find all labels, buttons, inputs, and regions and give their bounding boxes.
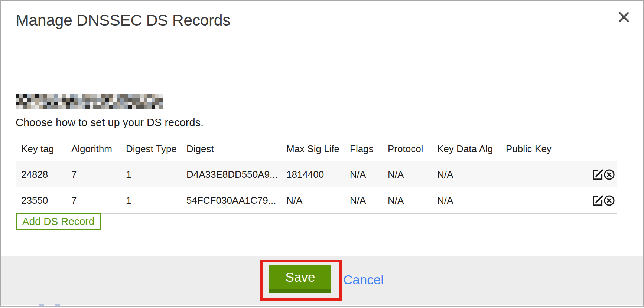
dialog-title: Manage DNSSEC DS Records: [16, 11, 230, 29]
cell-flags: N/A: [344, 187, 382, 214]
delete-icon: [604, 195, 615, 206]
page-under-fragment: [39, 304, 44, 306]
cancel-link[interactable]: Cancel: [343, 272, 384, 287]
table-row: 24828 7 1 D4A33E8DD550A9... 1814400 N/A …: [16, 161, 617, 187]
col-header-public-key: Public Key: [500, 134, 583, 161]
delete-icon: [604, 169, 615, 180]
edit-record-button[interactable]: [592, 195, 604, 206]
table-header-row: Key tag Algorithm Digest Type Digest Max…: [16, 134, 617, 161]
save-button[interactable]: Save: [269, 265, 331, 293]
instruction-text: Choose how to set up your DS records.: [16, 117, 204, 129]
cell-key-tag: 23550: [16, 187, 66, 214]
col-header-actions: [583, 134, 617, 161]
page-under-fragment: [55, 304, 60, 306]
cell-max-sig-life: N/A: [281, 187, 344, 214]
annotation-highlight: Save: [260, 260, 342, 301]
cell-actions: [583, 187, 617, 214]
table-row: 23550 7 1 54FCF030AA1C79... N/A N/A N/A …: [16, 187, 617, 214]
col-header-digest-type: Digest Type: [120, 134, 181, 161]
cell-digest: D4A33E8DD550A9...: [181, 161, 281, 187]
cell-algorithm: 7: [66, 187, 120, 214]
col-header-max-sig-life: Max Sig Life: [281, 134, 344, 161]
cell-digest-type: 1: [120, 187, 181, 214]
manage-dnssec-dialog: Manage DNSSEC DS Records Choose how to s…: [0, 0, 644, 307]
cell-key-data-alg: N/A: [432, 161, 500, 187]
col-header-protocol: Protocol: [382, 134, 432, 161]
cell-digest-type: 1: [120, 161, 181, 187]
cell-actions: [583, 161, 617, 187]
cell-flags: N/A: [344, 161, 382, 187]
redacted-domain: [16, 94, 163, 109]
edit-icon: [592, 169, 604, 180]
cell-key-tag: 24828: [16, 161, 66, 187]
cell-public-key: [500, 187, 583, 214]
cell-public-key: [500, 161, 583, 187]
cell-digest: 54FCF030AA1C79...: [181, 187, 281, 214]
ds-records-table: Key tag Algorithm Digest Type Digest Max…: [16, 134, 617, 214]
col-header-flags: Flags: [344, 134, 382, 161]
col-header-key-data-alg: Key Data Alg: [432, 134, 500, 161]
delete-record-button[interactable]: [604, 169, 615, 180]
close-icon: [617, 19, 631, 25]
delete-record-button[interactable]: [604, 195, 615, 206]
cell-protocol: N/A: [382, 161, 432, 187]
dialog-footer: Save Cancel: [1, 256, 643, 306]
edit-icon: [592, 195, 604, 206]
cell-key-data-alg: N/A: [432, 187, 500, 214]
page-under-strip: [1, 305, 643, 306]
close-button[interactable]: [617, 10, 631, 24]
edit-record-button[interactable]: [592, 169, 604, 180]
col-header-algorithm: Algorithm: [66, 134, 120, 161]
cell-algorithm: 7: [66, 161, 120, 187]
col-header-key-tag: Key tag: [16, 134, 66, 161]
cell-max-sig-life: 1814400: [281, 161, 344, 187]
add-ds-record-button[interactable]: Add DS Record: [16, 213, 101, 230]
col-header-digest: Digest: [181, 134, 281, 161]
cell-protocol: N/A: [382, 187, 432, 214]
